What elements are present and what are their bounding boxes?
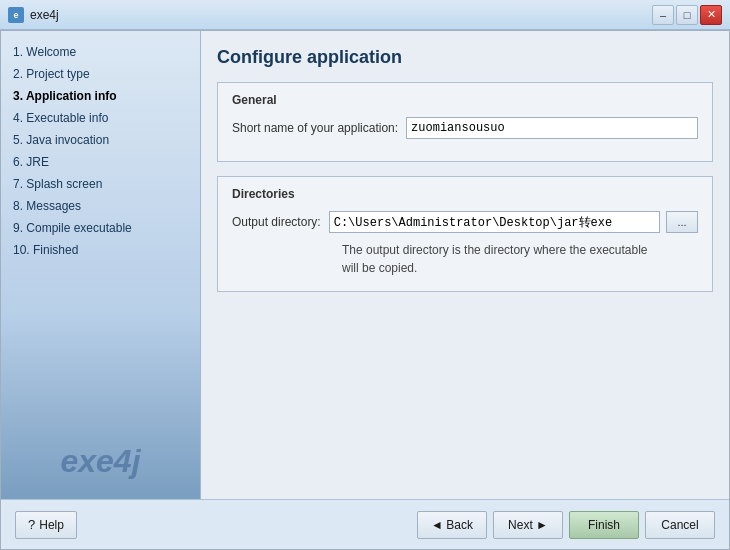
directories-section-title: Directories [232, 187, 698, 201]
sidebar-item-java-invocation[interactable]: 5. Java invocation [1, 129, 200, 151]
dir-input-group: ... [329, 211, 698, 233]
minimize-button[interactable]: – [652, 5, 674, 25]
window-title: exe4j [30, 8, 652, 22]
output-dir-label: Output directory: [232, 215, 321, 229]
sidebar-item-jre[interactable]: 6. JRE [1, 151, 200, 173]
general-section-title: General [232, 93, 698, 107]
sidebar-item-application-info[interactable]: 3. Application info [1, 85, 200, 107]
content-area: 1. Welcome2. Project type3. Application … [1, 31, 729, 499]
help-button[interactable]: ? Help [15, 511, 77, 539]
title-bar: e exe4j – □ ✕ [0, 0, 730, 30]
short-name-input[interactable] [406, 117, 698, 139]
sidebar-item-finished[interactable]: 10. Finished [1, 239, 200, 261]
sidebar-watermark: exe4j [1, 444, 200, 479]
footer: ? Help ◄ Back Next ► Finish Cancel [1, 499, 729, 549]
main-panel: Configure application General Short name… [201, 31, 729, 499]
browse-button[interactable]: ... [666, 211, 698, 233]
sidebar-item-project-type[interactable]: 2. Project type [1, 63, 200, 85]
cancel-button[interactable]: Cancel [645, 511, 715, 539]
footer-right: ◄ Back Next ► Finish Cancel [417, 511, 715, 539]
app-icon: e [8, 7, 24, 23]
sidebar: 1. Welcome2. Project type3. Application … [1, 31, 201, 499]
page-title: Configure application [217, 47, 713, 68]
general-section: General Short name of your application: [217, 82, 713, 162]
back-button[interactable]: ◄ Back [417, 511, 487, 539]
output-dir-row: Output directory: ... [232, 211, 698, 233]
sidebar-item-compile-executable[interactable]: 9. Compile executable [1, 217, 200, 239]
window-controls: – □ ✕ [652, 5, 722, 25]
directories-section: Directories Output directory: ... The ou… [217, 176, 713, 292]
short-name-label: Short name of your application: [232, 121, 398, 135]
output-dir-input[interactable] [329, 211, 660, 233]
finish-button[interactable]: Finish [569, 511, 639, 539]
sidebar-item-splash-screen[interactable]: 7. Splash screen [1, 173, 200, 195]
next-button[interactable]: Next ► [493, 511, 563, 539]
help-icon: ? [28, 517, 35, 532]
footer-left: ? Help [15, 511, 409, 539]
maximize-button[interactable]: □ [676, 5, 698, 25]
short-name-row: Short name of your application: [232, 117, 698, 139]
sidebar-item-executable-info[interactable]: 4. Executable info [1, 107, 200, 129]
help-text: The output directory is the directory wh… [342, 241, 698, 277]
main-window: 1. Welcome2. Project type3. Application … [0, 30, 730, 550]
sidebar-item-welcome[interactable]: 1. Welcome [1, 41, 200, 63]
close-button[interactable]: ✕ [700, 5, 722, 25]
sidebar-item-messages[interactable]: 8. Messages [1, 195, 200, 217]
